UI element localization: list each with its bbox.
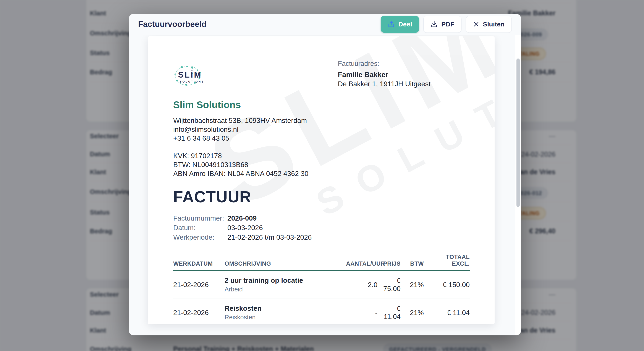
work-period-value: 21-02-2026 t/m 03-03-2026 (227, 232, 312, 242)
header-btw: BTW (403, 260, 424, 267)
table-row: 21-02-2026 Reiskosten Reiskosten - € 11.… (173, 299, 470, 324)
svg-text:SOLUTIONS: SOLUTIONS (180, 80, 203, 83)
cell-omschrijving: Reiskosten Reiskosten (224, 304, 344, 321)
download-icon (430, 21, 438, 28)
table-row: 21-02-2026 2 uur training op locatie Arb… (173, 271, 470, 299)
company-email: info@slimsolutions.nl (173, 125, 308, 134)
invoice-number-row: Factuurnummer: 2026-009 (173, 213, 312, 223)
modal-title: Factuurvoorbeeld (138, 20, 206, 29)
cell-aantal: 2.0 (346, 281, 378, 289)
invoice-date-label: Datum: (173, 223, 227, 232)
invoice-document: SLIM SOLUTIONS (148, 36, 494, 324)
company-btw: BTW: NL004910313B68 (173, 160, 308, 169)
company-name: Slim Solutions (173, 99, 308, 111)
pdf-button-label: PDF (441, 21, 454, 28)
company-address: Wijttenbachstraat 53B, 1093HV Amsterdam (173, 116, 308, 125)
cell-btw: 21% (403, 309, 424, 317)
share-button-label: Deel (398, 21, 412, 28)
modal-body: SLIM SOLUTIONS (129, 35, 521, 335)
work-period-label: Werkperiode: (173, 232, 227, 242)
modal-scrollbar-thumb[interactable] (516, 59, 520, 207)
cell-prijs: € 11.04 (380, 305, 400, 321)
cell-werkdatum: 21-02-2026 (173, 281, 222, 289)
header-prijs: PRIJS (380, 260, 400, 267)
invoice-heading-block: FACTUUR Factuurnummer: 2026-009 Datum: 0… (173, 188, 312, 242)
billing-street: De Bakker 1, 1911JH Uitgeest (338, 80, 430, 88)
item-description: Reiskosten (224, 304, 344, 312)
item-category: Reiskosten (224, 314, 344, 321)
company-iban: ABN Amro IBAN: NL04 ABNA 0452 4362 30 (173, 169, 308, 178)
table-header-row: WERKDATUM OMSCHRIJVING AANTAL/UUR PRIJS … (173, 254, 470, 271)
close-icon (473, 21, 480, 28)
company-kvk: KVK: 91702178 (173, 151, 308, 160)
cell-btw: 21% (403, 281, 424, 289)
header-omschrijving: OMSCHRIJVING (224, 260, 344, 267)
modal-header-buttons: Deel PDF Sluiten (381, 16, 512, 33)
invoice-number-value: 2026-009 (227, 213, 256, 223)
cell-omschrijving: 2 uur training op locatie Arbeid (224, 276, 344, 293)
item-category: Arbeid (224, 286, 344, 293)
work-period-row: Werkperiode: 21-02-2026 t/m 03-03-2026 (173, 232, 312, 242)
share-icon (388, 21, 395, 28)
billing-address-block: Factuuradres: Familie Bakker De Bakker 1… (338, 60, 430, 88)
modal-scrollbar-track[interactable] (515, 35, 521, 335)
billing-name: Familie Bakker (338, 71, 430, 79)
company-phone: +31 6 34 68 43 05 (173, 134, 308, 143)
cell-totaal: € 11.04 (426, 309, 470, 317)
item-description: 2 uur training op locatie (224, 276, 344, 284)
pdf-download-button[interactable]: PDF (423, 16, 462, 33)
company-logo: SLIM SOLUTIONS (173, 65, 203, 87)
svg-text:SLIM: SLIM (178, 70, 202, 79)
company-info-block: Slim Solutions Wijttenbachstraat 53B, 10… (173, 99, 308, 178)
line-items-table: WERKDATUM OMSCHRIJVING AANTAL/UUR PRIJS … (173, 254, 470, 324)
header-totaal-excl: TOTAAL EXCL. (426, 254, 470, 267)
header-werkdatum: WERKDATUM (173, 260, 222, 267)
invoice-preview-modal: Factuurvoorbeeld Deel (129, 14, 521, 335)
invoice-heading: FACTUUR (173, 188, 312, 206)
share-button[interactable]: Deel (381, 16, 419, 33)
invoice-date-row: Datum: 03-03-2026 (173, 223, 312, 232)
cell-totaal: € 150.00 (426, 281, 470, 289)
cell-aantal: - (346, 309, 378, 317)
cell-prijs: € 75.00 (380, 277, 400, 293)
header-aantal-uur: AANTAL/UUR (346, 260, 378, 267)
modal-header: Factuurvoorbeeld Deel (129, 14, 521, 35)
close-button-label: Sluiten (483, 21, 504, 28)
billing-address-label: Factuuradres: (338, 60, 430, 68)
invoice-number-label: Factuurnummer: (173, 213, 227, 223)
cell-werkdatum: 21-02-2026 (173, 309, 222, 317)
invoice-date-value: 03-03-2026 (227, 223, 263, 232)
close-button[interactable]: Sluiten (466, 16, 512, 33)
